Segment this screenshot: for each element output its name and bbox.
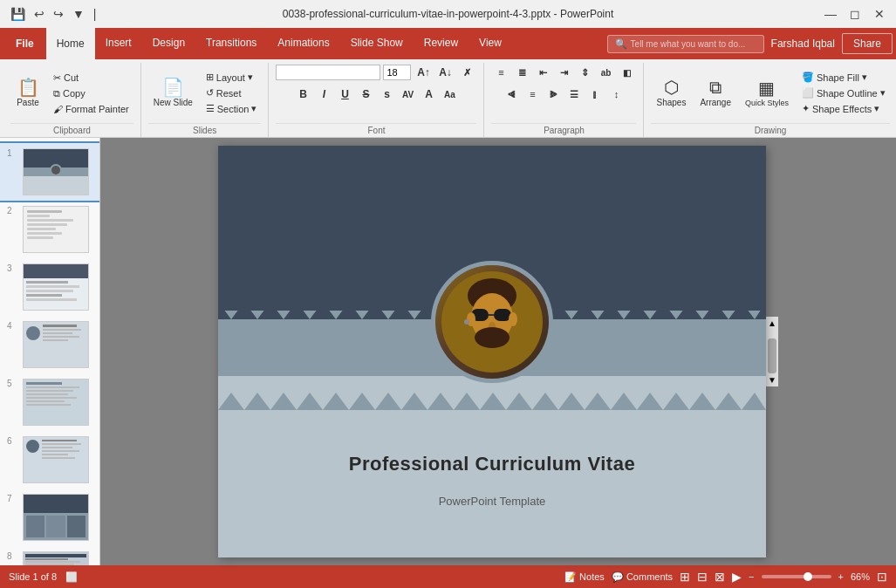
zoom-slider[interactable] — [762, 575, 831, 578]
user-name: Farshad Iqbal — [771, 38, 835, 50]
notes-button[interactable]: 📝 Notes — [564, 571, 605, 583]
zoom-slider-thumb[interactable] — [804, 572, 812, 581]
ribbon: 📋 Paste ✂ Cut ⧉ Copy 🖌 Format Painter Cl… — [0, 59, 896, 138]
increase-font-button[interactable]: A↑ — [414, 63, 433, 82]
clear-format-button[interactable]: ✗ — [457, 63, 476, 82]
svg-rect-6 — [494, 309, 511, 321]
search-placeholder: Tell me what you want to do... — [631, 39, 746, 49]
cut-button[interactable]: ✂ Cut — [49, 71, 133, 85]
tab-slideshow[interactable]: Slide Show — [340, 28, 414, 59]
scroll-down-button[interactable]: ▼ — [766, 373, 778, 386]
reset-button[interactable]: ↺ Reset — [202, 85, 262, 100]
align-center-button[interactable]: ≡ — [523, 85, 542, 104]
indent-decrease-button[interactable]: ⇤ — [533, 63, 552, 82]
underline-button[interactable]: U — [335, 85, 354, 104]
slide-title: Professional Curriculum Vitae — [218, 453, 766, 475]
search-box[interactable]: 🔍 Tell me what you want to do... — [607, 35, 764, 53]
slide-thumb-3[interactable]: 3 — [0, 258, 99, 316]
slides-panel: 1 2 — [0, 138, 100, 565]
slide-thumb-4[interactable]: 4 — [0, 316, 99, 373]
fontcolor-button[interactable]: A — [419, 85, 438, 104]
justify-button[interactable]: ☰ — [564, 85, 584, 104]
restore-button[interactable]: ◻ — [844, 3, 866, 25]
comments-button[interactable]: 💬 Comments — [612, 571, 673, 583]
tab-animations[interactable]: Animations — [267, 28, 339, 59]
fit-screen-button[interactable]: ⊡ — [877, 570, 887, 584]
section-button[interactable]: ☰ Section ▾ — [202, 101, 262, 116]
minimize-button[interactable]: — — [819, 3, 842, 25]
save-icon[interactable]: 💾 — [7, 5, 29, 23]
shape-fill-button[interactable]: 🪣 Shape Fill ▾ — [797, 70, 890, 85]
tab-review[interactable]: Review — [414, 28, 469, 59]
font-size-input[interactable] — [383, 65, 411, 80]
title-bar: 💾 ↩ ↪ ▼ | 0038-professional-curriculum-v… — [0, 0, 896, 28]
window-controls: — ◻ ✕ — [819, 3, 896, 25]
view-normal-button[interactable]: ⊞ — [680, 570, 690, 584]
redo-icon[interactable]: ↪ — [50, 5, 67, 23]
shapes-button[interactable]: ⬡ Shapes — [651, 75, 691, 111]
slide-thumb-7[interactable]: 7 — [0, 489, 99, 546]
quick-styles-button[interactable]: ▦ Quick Styles — [740, 76, 794, 111]
active-slide[interactable]: Professional Curriculum Vitae PowerPoint… — [218, 146, 766, 557]
zoom-in-button[interactable]: + — [838, 571, 844, 582]
italic-button[interactable]: I — [314, 85, 333, 104]
slide-thumb-5[interactable]: 5 — [0, 373, 99, 431]
bold-button[interactable]: B — [293, 85, 312, 104]
columns-button[interactable]: ⫿ — [585, 85, 605, 104]
charspacing-button[interactable]: AV — [398, 85, 417, 104]
tab-transitions[interactable]: Transitions — [195, 28, 267, 59]
text-direction-button[interactable]: ⇕ — [575, 63, 594, 82]
tab-home[interactable]: Home — [46, 28, 95, 59]
scroll-thumb[interactable] — [768, 338, 776, 373]
close-button[interactable]: ✕ — [868, 3, 891, 25]
bullets-button[interactable]: ≡ — [491, 63, 510, 82]
slide-thumb-6[interactable]: 6 — [0, 431, 99, 489]
textsize-button[interactable]: Aa — [440, 85, 459, 104]
scroll-up-button[interactable]: ▲ — [766, 317, 778, 330]
share-button[interactable]: Share — [842, 33, 893, 54]
strikethrough-button[interactable]: S — [356, 85, 375, 104]
slide-thumb-1[interactable]: 1 — [0, 143, 99, 201]
file-tab[interactable]: File — [3, 28, 46, 59]
arrange-button[interactable]: ⧉ Arrange — [694, 75, 736, 111]
shape-effects-button[interactable]: ✦ Shape Effects ▾ — [797, 101, 890, 116]
undo-icon[interactable]: ↩ — [31, 5, 48, 23]
indent-increase-button[interactable]: ⇥ — [554, 63, 573, 82]
font-name-input[interactable] — [276, 65, 380, 80]
numbering-button[interactable]: ≣ — [512, 63, 531, 82]
view-slideshow-button[interactable]: ▶ — [732, 570, 742, 584]
tab-design[interactable]: Design — [142, 28, 195, 59]
shape-outline-button[interactable]: ⬜ Shape Outline ▾ — [797, 85, 890, 100]
tab-view[interactable]: View — [469, 28, 512, 59]
zoom-out-button[interactable]: − — [749, 571, 754, 582]
tab-insert[interactable]: Insert — [95, 28, 142, 59]
linespacing-button[interactable]: ↕ — [606, 85, 626, 104]
view-reading-button[interactable]: ⊠ — [715, 570, 725, 584]
window-title: 0038-professional-curriculum-vitae-in-po… — [283, 8, 614, 20]
slide-7-preview — [23, 494, 89, 541]
new-slide-button[interactable]: 📄 New Slide — [148, 75, 198, 111]
slide-thumb-2[interactable]: 2 — [0, 201, 99, 258]
layout-button[interactable]: ⊞ Layout ▾ — [202, 70, 262, 85]
convert-button[interactable]: ab — [596, 63, 615, 82]
svg-point-11 — [509, 312, 517, 326]
slide-thumb-8[interactable]: 8 — [0, 546, 99, 565]
shape-outline-icon: ⬜ — [802, 87, 814, 99]
view-slide-sorter-button[interactable]: ⊟ — [697, 570, 708, 584]
shadow-button[interactable]: s — [377, 85, 396, 104]
decrease-font-button[interactable]: A↓ — [435, 63, 455, 82]
ribbon-group-drawing: ⬡ Shapes ⧉ Arrange ▦ Quick Styles 🪣 Shap… — [644, 63, 896, 137]
vertical-scrollbar[interactable]: ▲ ▼ — [766, 317, 778, 386]
align-right-button[interactable]: ⫸ — [544, 85, 563, 104]
paste-button[interactable]: 📋 Paste — [10, 75, 45, 111]
align-left-button[interactable]: ⫷ — [502, 85, 521, 104]
copy-button[interactable]: ⧉ Copy — [49, 86, 133, 101]
smartart-button[interactable]: ◧ — [617, 63, 636, 82]
zigzag-bottom — [218, 393, 766, 410]
format-painter-button[interactable]: 🖌 Format Painter — [49, 102, 133, 116]
shapes-icon: ⬡ — [664, 79, 679, 96]
profile-photo — [431, 261, 553, 383]
shape-effects-icon: ✦ — [802, 103, 810, 114]
ribbon-group-clipboard: 📋 Paste ✂ Cut ⧉ Copy 🖌 Format Painter Cl… — [3, 63, 141, 137]
customize-icon[interactable]: ▼ — [69, 5, 88, 23]
